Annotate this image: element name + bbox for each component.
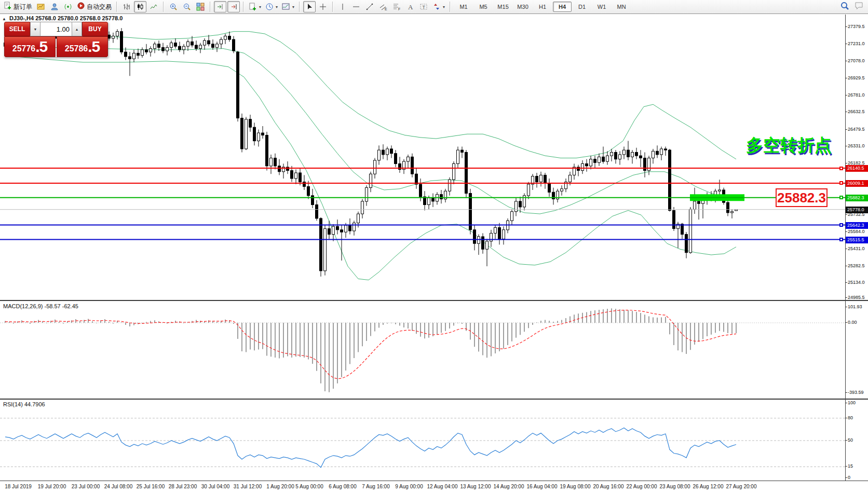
candle-bear bbox=[594, 159, 596, 163]
macd-chart[interactable] bbox=[0, 302, 845, 399]
line-chart-icon[interactable] bbox=[147, 1, 160, 12]
timeframe-m15[interactable]: M15 bbox=[494, 2, 512, 12]
search-icon[interactable] bbox=[840, 1, 849, 12]
rsi-chart[interactable] bbox=[0, 400, 845, 481]
buy-price-button[interactable]: 25786.5 bbox=[57, 36, 108, 57]
cursor-icon[interactable] bbox=[303, 1, 316, 12]
line-anchor-marker[interactable] bbox=[839, 167, 843, 170]
timeframe-d1[interactable]: D1 bbox=[573, 2, 591, 12]
period-clock-icon[interactable]: ▾ bbox=[264, 1, 279, 12]
candle-bull bbox=[216, 44, 219, 48]
candle-bear bbox=[266, 135, 268, 166]
candle-bull bbox=[598, 157, 601, 162]
collapse-panel-icon[interactable]: ▲ bbox=[2, 17, 6, 21]
auto-scroll-icon[interactable] bbox=[227, 1, 240, 12]
chart-shift-icon[interactable] bbox=[214, 1, 226, 12]
timeframe-m5[interactable]: M5 bbox=[474, 2, 493, 12]
market-watch-icon[interactable] bbox=[48, 1, 61, 12]
timeframe-h1[interactable]: H1 bbox=[533, 2, 552, 12]
signal-icon[interactable] bbox=[62, 1, 74, 12]
candle-bear bbox=[627, 150, 630, 157]
pane-separator[interactable] bbox=[0, 399, 868, 400]
line-anchor-marker[interactable] bbox=[839, 223, 843, 227]
zoom-in-icon[interactable] bbox=[167, 1, 180, 12]
candle-bear bbox=[278, 166, 281, 172]
timeframe-h4[interactable]: H4 bbox=[553, 2, 572, 12]
candle-bear bbox=[311, 196, 314, 205]
candle-bull bbox=[623, 150, 626, 155]
dropdown-caret-icon[interactable]: ▾ bbox=[292, 5, 294, 9]
candle-bear bbox=[316, 205, 318, 218]
crosshair-icon[interactable] bbox=[317, 1, 329, 12]
buy-button[interactable]: BUY bbox=[82, 22, 108, 36]
timeframe-m1[interactable]: M1 bbox=[454, 2, 473, 12]
text-label-icon[interactable]: T bbox=[417, 1, 430, 12]
svg-text:F: F bbox=[398, 7, 400, 11]
timeframe-m30[interactable]: M30 bbox=[513, 2, 532, 12]
time-axis-label: 23 Aug 08:00 bbox=[660, 484, 690, 489]
channel-icon[interactable]: E bbox=[377, 1, 389, 12]
candle-bear bbox=[349, 225, 351, 231]
candlestick-chart-icon[interactable] bbox=[134, 1, 146, 12]
text-tool-icon[interactable]: A bbox=[404, 1, 416, 12]
candle-bull bbox=[204, 40, 206, 45]
auto-trading-button[interactable]: 自动交易 bbox=[75, 1, 113, 12]
candle-bear bbox=[303, 182, 306, 187]
toolbar-right-icons bbox=[840, 1, 864, 12]
zoom-out-icon[interactable] bbox=[181, 1, 193, 12]
candle-bear bbox=[440, 195, 443, 199]
horizontal-line-icon[interactable] bbox=[350, 1, 362, 12]
time-axis-label: 23 Jul 00:00 bbox=[72, 484, 100, 489]
bar-chart-icon[interactable] bbox=[120, 1, 133, 12]
candle-bull bbox=[561, 189, 563, 191]
volume-input[interactable]: 1.00 bbox=[40, 22, 72, 36]
price-tick: 26331.0 bbox=[848, 143, 865, 148]
sell-price-button[interactable]: 25776.5 bbox=[4, 36, 56, 57]
time-axis-label: 31 Jul 12:00 bbox=[234, 484, 262, 489]
price-axis-border bbox=[845, 15, 846, 481]
add-indicator-icon[interactable]: ▾ bbox=[247, 1, 263, 12]
new-order-button[interactable]: 新订单 bbox=[2, 1, 34, 12]
indicator-list-icon[interactable]: ▾ bbox=[280, 1, 296, 12]
line-anchor-marker[interactable] bbox=[839, 181, 843, 185]
dropdown-caret-icon[interactable]: ▾ bbox=[259, 5, 261, 9]
pane-separator[interactable] bbox=[0, 300, 868, 301]
price-badge: 25882.3 bbox=[846, 195, 868, 201]
candle-bull bbox=[569, 175, 572, 182]
toolbar-separator bbox=[332, 2, 333, 12]
candle-bull bbox=[324, 229, 327, 271]
line-anchor-marker[interactable] bbox=[839, 196, 843, 199]
chat-icon[interactable] bbox=[855, 1, 864, 12]
candle-bear bbox=[673, 211, 675, 229]
timeframe-mn[interactable]: MN bbox=[612, 2, 631, 12]
volume-up-button[interactable]: ▲ bbox=[72, 22, 82, 36]
candle-bull bbox=[361, 201, 364, 214]
time-axis-label: 20 Aug 16:00 bbox=[593, 484, 624, 489]
price-chart[interactable] bbox=[0, 15, 845, 300]
volume-down-button[interactable]: ▼ bbox=[30, 22, 40, 36]
dropdown-caret-icon[interactable]: ▾ bbox=[276, 5, 278, 9]
timeframe-w1[interactable]: W1 bbox=[592, 2, 611, 12]
candle-bear bbox=[432, 198, 435, 201]
toolbar-separator bbox=[450, 2, 451, 12]
arrows-tool-icon[interactable]: ▾ bbox=[431, 1, 446, 12]
candle-bull bbox=[689, 209, 692, 253]
price-callout-box[interactable]: 25882.3 bbox=[776, 188, 828, 207]
vertical-line-icon[interactable] bbox=[336, 1, 349, 12]
candle-bear bbox=[419, 184, 422, 197]
fibonacci-icon[interactable]: F bbox=[390, 1, 403, 12]
sell-button[interactable]: SELL bbox=[4, 22, 30, 36]
candle-bull bbox=[606, 156, 609, 161]
chart-window-icon[interactable] bbox=[35, 1, 47, 12]
time-axis-label: 5 Aug 00:00 bbox=[295, 484, 323, 489]
candle-bear bbox=[635, 153, 638, 156]
candle-bear bbox=[615, 153, 617, 159]
macd-axis-label: 101.93 bbox=[848, 304, 862, 309]
price-tick: 25134.0 bbox=[848, 280, 865, 285]
candle-bear bbox=[208, 40, 210, 44]
dropdown-caret-icon[interactable]: ▾ bbox=[443, 5, 445, 9]
line-anchor-marker[interactable] bbox=[839, 238, 843, 241]
tile-windows-icon[interactable] bbox=[194, 1, 207, 12]
candle-bear bbox=[179, 46, 181, 50]
trendline-icon[interactable] bbox=[363, 1, 376, 12]
